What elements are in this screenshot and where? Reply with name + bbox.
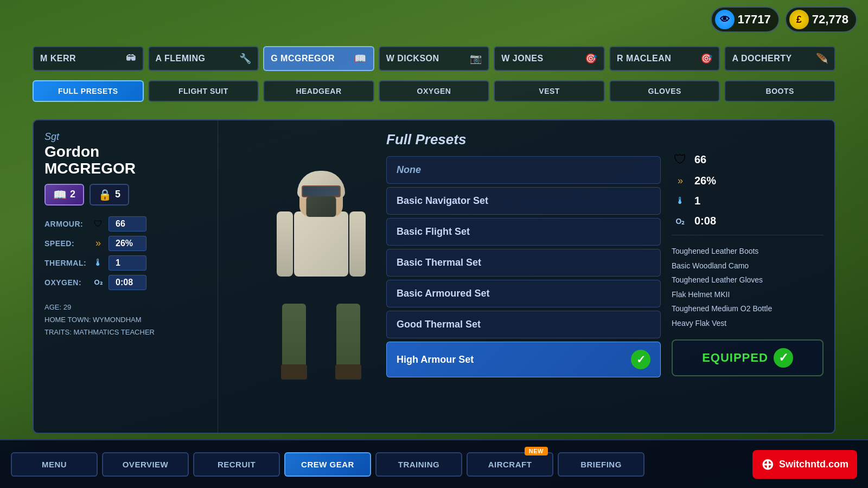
crew-tab-m-kerr[interactable]: M KERR 🕶 xyxy=(33,46,144,71)
oxygen-label: OXYGEN: xyxy=(44,278,88,287)
head xyxy=(299,174,343,217)
preset-stat-oxygen: O₂ 0:08 xyxy=(672,215,824,227)
equipped-label: EQUIPPED xyxy=(702,351,768,365)
new-badge-label: NEW xyxy=(525,447,548,455)
preset-basic-thermal[interactable]: Basic Thermal Set xyxy=(386,249,661,277)
presets-section: Full Presets None Basic Navigator Set Ba… xyxy=(370,120,834,433)
preset-basic-flight[interactable]: Basic Flight Set xyxy=(386,218,661,246)
stat-armour: ARMOUR: 🛡 66 xyxy=(44,216,207,232)
tab-oxygen[interactable]: OXYGEN xyxy=(379,80,490,102)
oxygen-value: 0:08 xyxy=(108,275,146,290)
crew-tab-r-maclean[interactable]: R MACLEAN 🎯 xyxy=(609,46,720,71)
preset-speed-icon: » xyxy=(672,175,689,187)
preset-shield-icon: 🛡 xyxy=(672,152,689,167)
crew-tab-w-jones[interactable]: W JONES 🎯 xyxy=(494,46,605,71)
tab-boots[interactable]: BOOTS xyxy=(724,80,835,102)
preset-stat-armour: 🛡 66 xyxy=(672,152,824,167)
crew-tab-w-dickson-icon: 📷 xyxy=(470,53,482,65)
boot-left xyxy=(281,364,307,380)
gear-item-4: Flak Helmet MKII xyxy=(672,287,824,302)
thermometer-icon: 🌡 xyxy=(92,257,104,268)
character-rank: Sgt xyxy=(44,131,207,143)
gold-currency: £ 72,778 xyxy=(785,7,857,33)
crew-tab-g-mcgregor-icon: 📖 xyxy=(354,53,367,65)
crew-tab-g-mcgregor[interactable]: G MCGREGOR 📖 xyxy=(263,46,374,71)
crew-tab-a-fleming[interactable]: A FLEMING 🔧 xyxy=(148,46,259,71)
nav-aircraft[interactable]: NEW AIRCRAFT xyxy=(467,452,553,477)
gold-currency-icon: £ xyxy=(789,10,809,29)
preset-oxygen-value: 0:08 xyxy=(694,215,716,227)
blue-currency-value: 17717 xyxy=(738,12,771,27)
gear-list: Toughened Leather Boots Basic Woodland C… xyxy=(672,244,824,331)
nav-briefing[interactable]: BRIEFING xyxy=(558,452,644,477)
nav-menu[interactable]: MENU xyxy=(11,452,98,477)
preset-speed-value: 26% xyxy=(694,175,716,187)
preset-none[interactable]: None xyxy=(386,156,661,184)
main-panel: Sgt Gordon MCGREGOR 📖 2 🔒 5 ARMOUR: 🛡 66 xyxy=(33,119,835,434)
character-badges: 📖 2 🔒 5 xyxy=(44,184,207,206)
tab-vest[interactable]: VEST xyxy=(494,80,605,102)
torso xyxy=(294,211,348,277)
switchntd-label: Switchntd.com xyxy=(779,459,848,470)
preset-thermal-value: 1 xyxy=(694,195,700,207)
preset-armour-value: 66 xyxy=(694,153,706,166)
gold-currency-value: 72,778 xyxy=(812,12,848,27)
preset-stat-speed: » 26% xyxy=(672,175,824,187)
armour-label: ARMOUR: xyxy=(44,220,88,228)
presets-title: Full Presets xyxy=(386,131,661,148)
equipped-check-button-icon: ✓ xyxy=(774,348,793,368)
preset-basic-navigator[interactable]: Basic Navigator Set xyxy=(386,187,661,215)
equipped-check-icon: ✓ xyxy=(631,350,650,369)
currency-bar: 👁 17717 £ 72,778 xyxy=(711,7,857,33)
equipped-button[interactable]: EQUIPPED ✓ xyxy=(672,339,824,376)
crew-tabs: M KERR 🕶 A FLEMING 🔧 G MCGREGOR 📖 W DICK… xyxy=(33,46,835,71)
shield-icon: 🛡 xyxy=(92,219,104,229)
crew-tab-w-jones-icon: 🎯 xyxy=(585,53,597,65)
preset-good-thermal[interactable]: Good Thermal Set xyxy=(386,311,661,338)
char-traits: TRAITS: MATHMATICS TEACHER xyxy=(44,326,207,338)
preset-high-armour[interactable]: High Armour Set ✓ xyxy=(386,342,661,377)
preset-oxygen-icon: O₂ xyxy=(672,217,689,226)
character-model xyxy=(218,120,370,433)
bottom-nav: MENU OVERVIEW RECRUIT CREW GEAR TRAINING… xyxy=(0,439,868,488)
badge-lock: 🔒 5 xyxy=(90,184,129,206)
tab-headgear[interactable]: HEADGEAR xyxy=(263,80,374,102)
arm-left xyxy=(277,211,293,277)
crew-tab-w-dickson[interactable]: W DICKSON 📷 xyxy=(379,46,490,71)
char-hometown: HOME TOWN: WYMONDHAM xyxy=(44,313,207,326)
crew-tab-m-kerr-icon: 🕶 xyxy=(126,53,136,65)
character-name: Gordon MCGREGOR xyxy=(44,144,207,177)
mask xyxy=(307,196,336,217)
stat-speed: SPEED: » 26% xyxy=(44,236,207,251)
gear-item-3: Toughened Leather Gloves xyxy=(672,273,824,287)
nav-crew-gear[interactable]: CREW GEAR xyxy=(284,452,371,477)
category-tabs: FULL PRESETS FLIGHT SUIT HEADGEAR OXYGEN… xyxy=(33,80,835,102)
stat-thermal: THERMAL: 🌡 1 xyxy=(44,255,207,271)
tab-flight-suit[interactable]: FLIGHT SUIT xyxy=(148,80,259,102)
thermal-label: THERMAL: xyxy=(44,259,88,267)
character-section: Sgt Gordon MCGREGOR 📖 2 🔒 5 ARMOUR: 🛡 66 xyxy=(34,120,218,433)
crew-tab-a-fleming-icon: 🔧 xyxy=(239,53,252,65)
tab-gloves[interactable]: GLOVES xyxy=(609,80,720,102)
oxygen-icon: O₂ xyxy=(92,278,104,286)
nav-recruit[interactable]: RECRUIT xyxy=(193,452,280,477)
gear-item-2: Basic Woodland Camo xyxy=(672,259,824,273)
gear-item-5: Toughened Medium O2 Bottle xyxy=(672,301,824,316)
tab-full-presets[interactable]: FULL PRESETS xyxy=(33,80,144,102)
speed-label: SPEED: xyxy=(44,239,88,248)
nav-overview[interactable]: OVERVIEW xyxy=(102,452,189,477)
gear-item-6: Heavy Flak Vest xyxy=(672,316,824,331)
preset-stats-col: 🛡 66 » 26% 🌡 1 O₂ 0:08 Toughened Le xyxy=(672,131,824,422)
badge-book-number: 2 xyxy=(70,189,75,200)
preset-basic-armoured[interactable]: Basic Armoured Set xyxy=(386,280,661,307)
speed-value: 26% xyxy=(108,236,146,251)
blue-currency: 👁 17717 xyxy=(711,7,780,33)
crew-tab-r-maclean-icon: 🎯 xyxy=(700,53,713,65)
lock-icon: 🔒 xyxy=(98,188,112,201)
book-icon: 📖 xyxy=(53,188,67,201)
switchntd-badge: ⊕ Switchntd.com xyxy=(752,450,857,479)
nav-training[interactable]: TRAINING xyxy=(375,452,462,477)
crew-tab-a-docherty[interactable]: A DOCHERTY 🪶 xyxy=(724,46,835,71)
crew-tab-a-docherty-icon: 🪶 xyxy=(816,53,828,65)
blue-currency-icon: 👁 xyxy=(715,10,735,29)
